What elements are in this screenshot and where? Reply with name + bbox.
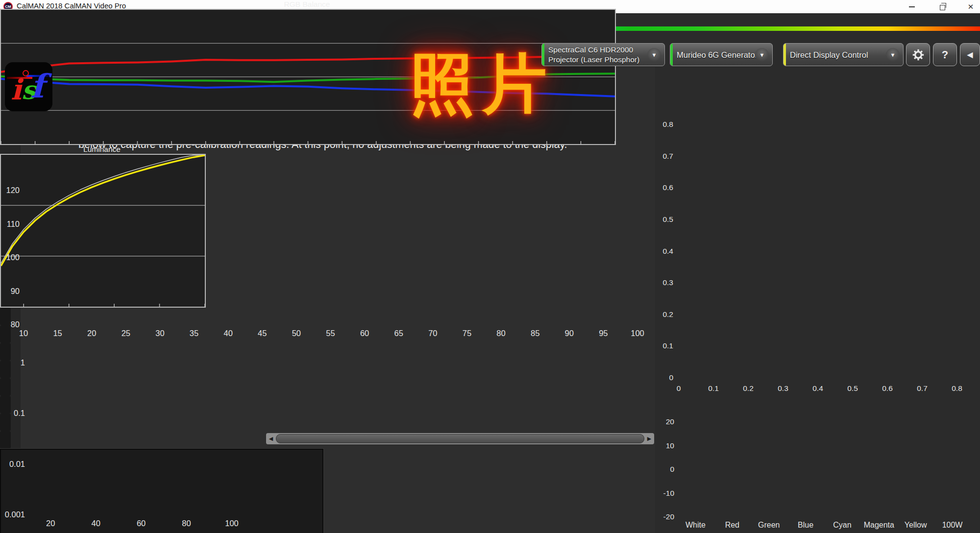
gear-icon — [912, 48, 925, 61]
meter-dropdown[interactable]: SpectraCal C6 HDR2000Projector (Laser Ph… — [541, 43, 665, 66]
page-title: Pre-Calibration View — [78, 94, 273, 117]
tick-label: 0.2 — [737, 384, 759, 393]
restore-button[interactable] — [931, 0, 954, 13]
add-tab-button[interactable]: + — [95, 44, 118, 67]
goal-text-line1: Goal: Pre-calibration readings to docume… — [78, 123, 662, 136]
tick-label: 0 — [653, 465, 674, 474]
window-title: CalMAN 2018 CalMAN Video Pro — [17, 1, 126, 10]
meter-status-stripe — [542, 44, 544, 66]
scrollbar-thumb[interactable] — [276, 434, 644, 443]
goal-text-line2: below to capture the pre-calibration rea… — [78, 139, 662, 151]
display-chevron-down-icon: ▼ — [886, 48, 900, 62]
settings-button[interactable] — [906, 43, 930, 66]
tick-label: 0.7 — [911, 384, 933, 393]
help-button[interactable]: ? — [933, 43, 957, 66]
tick-label: 10 — [653, 441, 674, 450]
content-background — [21, 67, 655, 533]
table-horizontal-scrollbar[interactable]: ◀ ▶ — [266, 433, 654, 444]
generator-status-stripe — [670, 44, 673, 66]
spectrum-strip — [145, 26, 980, 31]
close-icon: ✕ — [968, 2, 974, 11]
tick-label: Green — [747, 521, 791, 530]
calman-menu-chevron-down-icon: ▼ — [122, 22, 136, 36]
minimize-button[interactable] — [901, 0, 923, 13]
tick-label: Cyan — [820, 521, 864, 530]
tick-label: 0 — [668, 384, 689, 393]
tick-label: Red — [710, 521, 754, 530]
app-window: CM CalMAN 2018 CalMAN Video Pro ✕ CalMAN… — [0, 0, 980, 533]
tick-label: 0.4 — [807, 384, 829, 393]
calman-logo: CalMAN — [11, 18, 87, 39]
tick-label: 0.6 — [877, 384, 898, 393]
tick-label: 0.3 — [772, 384, 794, 393]
generator-dropdown[interactable]: Murideo 6G Generator ▼ — [670, 43, 773, 66]
scroll-left-icon[interactable]: ◀ — [266, 436, 276, 442]
app-icon: CM — [3, 2, 13, 11]
watermark-text: 照片 — [410, 41, 555, 128]
close-button[interactable]: ✕ — [959, 0, 980, 13]
tick-label: 0.8 — [946, 384, 968, 393]
minimize-icon — [909, 6, 915, 7]
generator-label: Murideo 6G Generator — [677, 50, 758, 60]
tick-label: White — [673, 521, 717, 530]
meter-chevron-down-icon: ▼ — [647, 48, 661, 62]
display-control-dropdown[interactable]: Direct Display Control ▼ — [783, 43, 904, 66]
tick-label: -20 — [653, 512, 674, 521]
collapse-panel-button[interactable]: ◀ — [960, 43, 980, 66]
meter-label: SpectraCal C6 HDR2000Projector (Laser Ph… — [548, 45, 639, 65]
tick-label: 0.1 — [703, 384, 724, 393]
calman-menu-button[interactable]: CalMAN ▼ — [2, 16, 141, 41]
chevron-left-icon: ◀ — [967, 50, 973, 59]
tick-label: 20 — [653, 417, 674, 426]
tab-label: History 1 — [32, 49, 71, 61]
tick-label: Blue — [784, 521, 828, 530]
display-control-label: Direct Display Control — [790, 50, 868, 60]
tick-label: 0.5 — [842, 384, 863, 393]
restore-icon — [940, 5, 945, 10]
tick-label: 100W — [931, 521, 975, 530]
tick-label: -10 — [653, 489, 674, 498]
tick-label: Magenta — [857, 521, 901, 530]
tick-label: Yellow — [894, 521, 938, 530]
isf-letter-f: f — [30, 67, 44, 105]
generator-chevron-down-icon: ▼ — [755, 48, 769, 62]
display-status-stripe — [784, 44, 786, 66]
help-icon: ? — [942, 48, 948, 61]
plus-icon: + — [99, 48, 114, 63]
title-bar: CM CalMAN 2018 CalMAN Video Pro ✕ — [0, 0, 980, 13]
scroll-right-icon[interactable]: ▶ — [644, 436, 654, 442]
isf-logo: i s f — [5, 62, 52, 111]
isf-letter-i: i — [11, 73, 22, 106]
left-sidebar-strip — [0, 67, 21, 533]
